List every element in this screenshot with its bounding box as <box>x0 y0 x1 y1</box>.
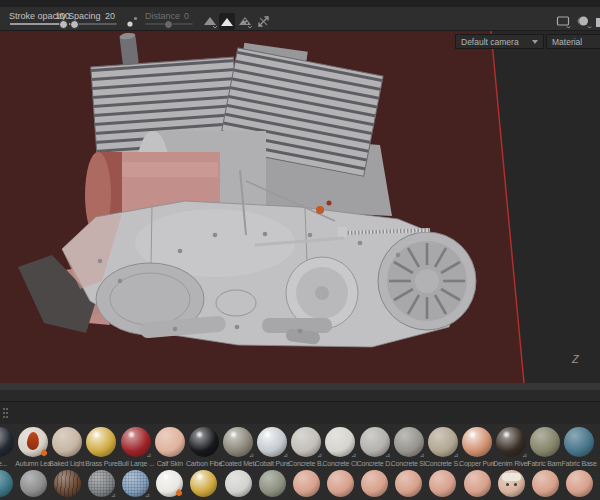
brush-toolbar: Stroke opacity 100 Spacing 20 Distance 0 <box>0 7 600 31</box>
material-item[interactable]: ⊿Concrete Cl... <box>323 427 357 467</box>
material-item[interactable]: ⊿Cobalt Pure <box>255 427 289 467</box>
material-row: l Le...Autumn LeafBaked Light...Brass Pu… <box>0 427 600 467</box>
substance-badge: ⊿ <box>111 492 116 498</box>
material-item[interactable]: ⊿Denim Rivet <box>494 427 528 467</box>
material-label: Coated Metal <box>220 460 256 467</box>
material-item[interactable]: Human Ch... <box>358 470 392 500</box>
material-item[interactable]: ⊿Concrete D... <box>358 427 392 467</box>
material-item[interactable]: Fabric Bam... <box>528 427 562 467</box>
clutch-cover <box>378 232 476 330</box>
viewport-canvas[interactable] <box>0 31 600 383</box>
material-item[interactable]: Human Fa... <box>494 470 528 500</box>
material-item[interactable] <box>0 470 16 500</box>
material-item[interactable]: Calf Skin <box>153 427 187 467</box>
material-label: Copper Pure <box>459 460 495 467</box>
material-label: Cobalt Pure <box>255 460 290 467</box>
chevron-down-icon <box>532 40 538 44</box>
substance-badge: ⊿ <box>454 452 459 458</box>
material-label: Brass Pure <box>85 460 118 467</box>
distance-slider <box>145 23 193 25</box>
panel-icon[interactable] <box>595 13 600 30</box>
shelf-header <box>0 401 600 425</box>
stroke-opacity-knob[interactable] <box>59 20 68 29</box>
stroke-opacity-slider[interactable] <box>10 23 64 25</box>
material-label: Fabric Base... <box>561 460 597 467</box>
shader-dropdown[interactable]: Material <box>546 34 600 49</box>
falloff-triangle-icon[interactable] <box>202 13 218 30</box>
material-item[interactable]: Carbon Fiber <box>187 427 221 467</box>
material-label: Autumn Leaf <box>15 460 51 467</box>
material-item[interactable]: Frosted Gl... <box>153 470 187 500</box>
material-item[interactable]: ⊿Concrete Sl... <box>392 427 426 467</box>
material-item[interactable]: Human Fo... <box>528 470 562 500</box>
app-window: { "toolbar": { "stroke_opacity": {"label… <box>0 0 600 500</box>
falloff-solid-icon[interactable] <box>219 13 235 30</box>
panel-splitter[interactable] <box>0 383 600 390</box>
material-item[interactable]: Fabric Base... <box>562 427 596 467</box>
camera-dropdown[interactable]: Default camera <box>455 34 544 49</box>
material-item[interactable]: Gold Pure <box>187 470 221 500</box>
substance-badge: ⊿ <box>386 452 391 458</box>
material-label: Denim Rivet <box>493 460 529 467</box>
material-item[interactable]: Ground Co... <box>255 470 289 500</box>
face-texture <box>502 473 521 481</box>
material-label: Concrete S... <box>425 460 461 467</box>
substance-badge: ⊿ <box>522 452 527 458</box>
material-item[interactable]: Human Bo... <box>289 470 323 500</box>
material-item[interactable]: ⊿Concrete B... <box>289 427 323 467</box>
new-flame-badge <box>175 489 183 497</box>
shader-dropdown-value: Material <box>552 37 582 47</box>
material-item[interactable]: Autumn Leaf <box>16 427 50 467</box>
new-flame-badge <box>40 449 48 457</box>
substance-badge: ⊿ <box>283 452 288 458</box>
display-settings-icon[interactable] <box>556 13 572 30</box>
material-item[interactable]: ⊿Fish Scales... <box>119 470 153 500</box>
material-item[interactable]: l Le... <box>0 427 16 467</box>
distance-label: Distance <box>145 11 180 21</box>
material-item[interactable]: Fabric Rou... <box>16 470 50 500</box>
spacing-slider[interactable] <box>69 23 117 25</box>
material-item[interactable]: Fabric Soft <box>50 470 84 500</box>
grain-texture <box>54 470 81 497</box>
substance-badge: ⊿ <box>145 492 150 498</box>
environment-sphere-icon[interactable] <box>577 13 593 30</box>
z-axis-label: Z <box>572 353 579 365</box>
material-label: Concrete D... <box>357 460 393 467</box>
material-label: Bull Large ... <box>118 460 154 467</box>
material-item[interactable]: ⊿Coated Metal <box>221 427 255 467</box>
material-item[interactable]: ⊿Concrete S... <box>426 427 460 467</box>
falloff-dots-icon[interactable] <box>237 13 253 30</box>
material-item[interactable]: Human Bod... <box>323 470 357 500</box>
substance-badge: ⊿ <box>317 452 322 458</box>
material-item[interactable]: Human Fac... <box>460 470 494 500</box>
camera-dropdown-value: Default camera <box>461 37 519 47</box>
distance-knob <box>164 20 173 29</box>
material-item[interactable]: Copper Pure <box>460 427 494 467</box>
substance-badge: ⊿ <box>420 452 425 458</box>
material-item[interactable]: Human Ey... <box>426 470 460 500</box>
material-item[interactable]: ⊿Bull Large ... <box>119 427 153 467</box>
material-item[interactable]: ⊿Fabric Suit... <box>84 470 118 500</box>
material-label: Concrete B... <box>288 460 324 467</box>
spacing-value: 20 <box>105 11 115 21</box>
material-item[interactable]: Human For... <box>562 470 596 500</box>
material-item[interactable]: Human Che... <box>392 470 426 500</box>
distance-value: 0 <box>184 11 189 21</box>
material-item[interactable]: Granite Bl... <box>221 470 255 500</box>
shelf-grip[interactable] <box>3 408 5 410</box>
material-label: l Le... <box>0 460 7 467</box>
brush-falloff-icon[interactable] <box>124 13 140 30</box>
material-row: Fabric Rou...Fabric Soft⊿Fabric Suit...⊿… <box>0 470 600 500</box>
substance-badge: ⊿ <box>147 452 152 458</box>
material-shelf: l Le...Autumn LeafBaked Light...Brass Pu… <box>0 424 600 500</box>
symmetry-icon[interactable] <box>255 13 271 30</box>
title-strip <box>0 0 600 7</box>
material-item[interactable]: Baked Light... <box>50 427 84 467</box>
spacing-knob[interactable] <box>70 20 79 29</box>
material-label: Fabric Bam... <box>527 460 563 467</box>
material-label: Baked Light... <box>49 460 85 467</box>
substance-badge: ⊿ <box>351 452 356 458</box>
viewport-3d[interactable]: Default camera Material <box>0 31 600 383</box>
material-label: Concrete Sl... <box>391 460 427 467</box>
material-item[interactable]: Brass Pure <box>84 427 118 467</box>
